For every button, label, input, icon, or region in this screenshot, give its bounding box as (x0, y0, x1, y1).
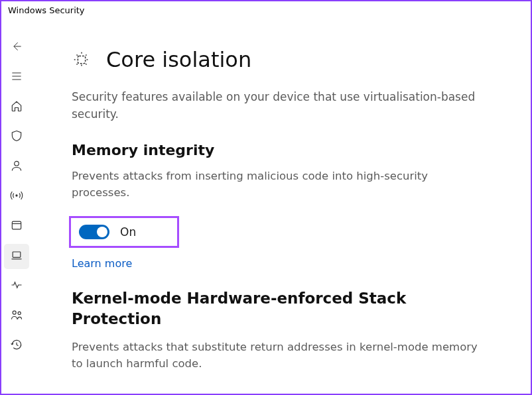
family-options-button[interactable] (4, 304, 29, 329)
toggle-knob (97, 227, 107, 237)
heartbeat-icon (10, 278, 23, 294)
broadcast-icon (10, 189, 23, 205)
page-description: Security features available on your devi… (72, 88, 483, 123)
memory-integrity-toggle-highlight: On (69, 216, 179, 248)
device-security-button[interactable] (4, 244, 29, 269)
home-icon (10, 99, 23, 115)
svg-rect-6 (78, 56, 85, 63)
virus-protection-button[interactable] (4, 125, 29, 150)
person-icon (10, 159, 23, 175)
app-browser-control-button[interactable] (4, 214, 29, 239)
core-isolation-icon (72, 50, 92, 70)
kernel-stack-heading: Kernel-mode Hardware-enforced Stack Prot… (72, 288, 443, 329)
memory-integrity-description: Prevents attacks from inserting maliciou… (72, 168, 483, 201)
back-button[interactable] (4, 35, 29, 60)
svg-rect-3 (13, 252, 21, 257)
svg-point-0 (15, 161, 19, 166)
menu-button[interactable] (4, 65, 29, 90)
memory-integrity-toggle[interactable] (79, 225, 109, 239)
account-protection-button[interactable] (4, 154, 29, 180)
svg-point-5 (18, 311, 21, 314)
main-content: Core isolation Security features availab… (32, 18, 531, 393)
firewall-button[interactable] (4, 184, 29, 209)
memory-integrity-heading: Memory integrity (72, 142, 491, 158)
arrow-left-icon (10, 40, 23, 56)
window-icon (10, 219, 23, 235)
sidebar-nav (1, 18, 32, 393)
protection-history-button[interactable] (4, 333, 29, 359)
family-icon (10, 308, 23, 324)
history-icon (10, 338, 23, 354)
svg-point-1 (15, 194, 17, 196)
memory-integrity-toggle-label: On (120, 225, 136, 239)
window-title: Windows Security (1, 1, 531, 18)
svg-point-4 (13, 311, 16, 314)
shield-icon (10, 129, 23, 145)
hamburger-icon (10, 70, 23, 85)
svg-rect-2 (12, 221, 21, 229)
home-button[interactable] (4, 95, 29, 120)
laptop-icon (10, 249, 23, 264)
page-title: Core isolation (106, 47, 251, 72)
learn-more-link[interactable]: Learn more (72, 257, 491, 270)
device-performance-button[interactable] (4, 274, 29, 299)
kernel-stack-description: Prevents attacks that substitute return … (72, 339, 483, 372)
